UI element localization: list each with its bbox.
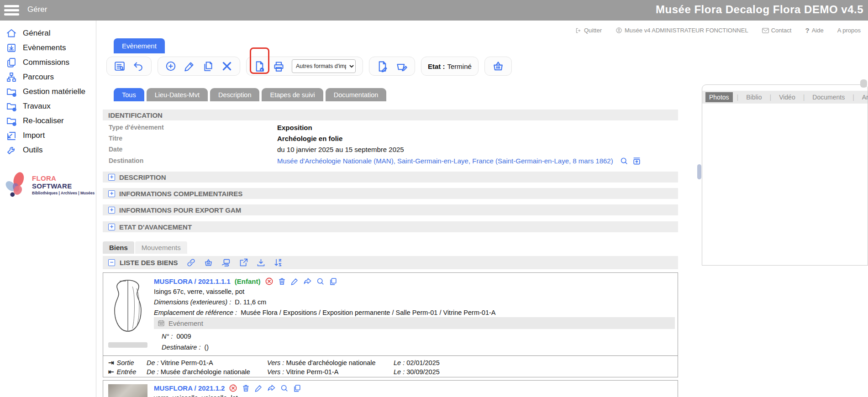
search-icon[interactable]: [316, 277, 325, 286]
print-document-icon[interactable]: [253, 60, 266, 73]
destination-open-icon[interactable]: [632, 157, 641, 165]
tab-biens[interactable]: Biens: [103, 241, 134, 254]
basket-icon[interactable]: [204, 258, 213, 267]
sidebar-item-parcours[interactable]: Parcours: [0, 70, 96, 84]
contact-link[interactable]: Contact: [762, 27, 792, 34]
tab-archives[interactable]: Archives: [858, 92, 868, 102]
calendar-icon: [158, 319, 165, 327]
remove-circle-icon[interactable]: [229, 384, 237, 392]
link-icon[interactable]: [186, 258, 196, 267]
module-tab-evenement[interactable]: Evènement: [114, 38, 165, 53]
child-badge: (Enfant): [235, 277, 261, 285]
about-link[interactable]: A propos: [837, 27, 861, 34]
item-title-link[interactable]: MUSFLORA / 2021.1.2: [154, 384, 225, 392]
movement-row-sortie: ⇥Sortie De : Vitrine Perm-01-A Vers : Mu…: [108, 358, 674, 367]
share-arrow-icon[interactable]: [303, 277, 312, 286]
download-icon[interactable]: [256, 258, 266, 267]
item-card: MUSFLORA / 2021.1.1.1 (Enfant) Isings 67…: [103, 272, 678, 377]
tab-documentation[interactable]: Documentation: [326, 88, 387, 101]
destination-link[interactable]: Musée d'Archéologie Nationale (MAN), Sai…: [277, 157, 613, 165]
sidebar-item-general[interactable]: Général: [0, 26, 96, 41]
edit-pencil-icon[interactable]: [184, 60, 195, 72]
quit-link[interactable]: Quitter: [575, 27, 602, 34]
duplicate-icon[interactable]: [329, 277, 337, 286]
sidebar-item-gestion-materielle[interactable]: Gestion matérielle: [0, 84, 96, 99]
movement-out-icon: ⇥: [108, 359, 114, 367]
search-icon[interactable]: [280, 384, 289, 392]
help-icon: ?: [805, 26, 809, 34]
delete-x-icon[interactable]: [221, 60, 233, 72]
tab-biblio[interactable]: Biblio: [742, 92, 765, 102]
share-arrow-icon[interactable]: [267, 384, 276, 392]
expand-plus-icon[interactable]: +: [108, 174, 115, 181]
panel-collapse-handle[interactable]: [697, 164, 701, 179]
expand-plus-icon[interactable]: +: [108, 224, 115, 230]
item-thumbnail-photo[interactable]: [108, 384, 147, 397]
user-icon: [615, 27, 622, 34]
wrench-icon: [6, 145, 17, 156]
help-link[interactable]: ? Aide: [805, 26, 823, 34]
flora-flower-icon: [3, 171, 30, 198]
field-row-date: Date du 10 janvier 2025 au 15 septembre …: [103, 144, 678, 155]
flora-logo: FLORA SOFTWARE Bibliothèques | Archives …: [0, 171, 96, 198]
tab-lieu-dates-mvt[interactable]: Lieu-Dates-Mvt: [147, 88, 208, 101]
scrollbar-thumb[interactable]: [860, 79, 867, 88]
edit-pencil-icon[interactable]: [254, 384, 263, 392]
menu-label[interactable]: Gérer: [27, 5, 47, 14]
duplicate-icon[interactable]: [202, 60, 214, 72]
section-etat-avancement-header: + ETAT D'AVANCEMENT: [103, 221, 678, 232]
record-tabs: Tous Lieu-Dates-Mvt Description Etapes d…: [114, 88, 386, 101]
sidebar-item-import[interactable]: Import: [0, 128, 96, 143]
user-link[interactable]: Musée v4 ADMINISTRATEUR FONCTIONNEL: [615, 27, 748, 34]
section-infos-complementaires-header: + INFORMATIONS COMPLEMENTAIRES: [103, 188, 678, 199]
item-thumbnail-pot[interactable]: [108, 277, 147, 340]
trash-icon[interactable]: [278, 277, 286, 286]
item-emplacement: Emplacement de référence : Musée Flora /…: [154, 309, 495, 316]
liste-des-biens-header: − LISTE DES BIENS: [103, 256, 678, 269]
tab-documents[interactable]: Documents: [809, 92, 848, 102]
sidebar-item-travaux[interactable]: Travaux: [0, 99, 96, 114]
movement-row-entree: ⇤Entrée De : Musée d'archéologie nationa…: [108, 367, 674, 376]
item-title-link[interactable]: MUSFLORA / 2021.1.1.1: [154, 277, 231, 285]
tab-video[interactable]: Vidéo: [775, 92, 799, 102]
hand-card-icon[interactable]: [221, 258, 231, 268]
expand-plus-icon[interactable]: +: [108, 207, 115, 214]
undo-icon[interactable]: [132, 60, 144, 72]
sidebar-item-outils[interactable]: Outils: [0, 143, 96, 157]
basket-icon[interactable]: [492, 60, 505, 73]
sidebar-item-commissions[interactable]: Commissions: [0, 55, 96, 70]
view-list-search-icon[interactable]: [114, 60, 126, 72]
basket-edit-icon[interactable]: [395, 60, 408, 73]
collapse-minus-icon[interactable]: −: [108, 259, 115, 266]
trash-icon[interactable]: [242, 384, 250, 392]
tab-mouvements[interactable]: Mouvements: [135, 241, 187, 254]
sidebar-item-evenements[interactable]: Evènements: [0, 41, 96, 55]
folder-globe-icon: [6, 86, 17, 97]
print-format-select[interactable]: Autres formats d'impression...: [292, 59, 356, 73]
exit-icon: [575, 27, 582, 34]
tab-tous[interactable]: Tous: [114, 88, 144, 101]
printer-icon[interactable]: [273, 60, 285, 73]
destination-search-icon[interactable]: [620, 157, 628, 165]
menu-icon[interactable]: [4, 5, 19, 16]
add-circle-icon[interactable]: [165, 60, 177, 72]
external-link-icon[interactable]: [239, 258, 248, 267]
document-annotate-icon[interactable]: [376, 60, 389, 73]
sort-az-icon[interactable]: [274, 258, 283, 267]
section-identification-header: IDENTIFICATION: [103, 110, 678, 120]
home-icon: [6, 28, 17, 39]
top-bar: Gérer Musée Flora Decalog Flora DEMO v4.…: [0, 0, 868, 21]
brand-tagline: Bibliothèques | Archives | Musées: [32, 191, 96, 195]
tab-photos[interactable]: Photos: [705, 92, 733, 102]
sidebar-item-relocaliser[interactable]: Re-localiser: [0, 114, 96, 128]
tab-etapes-de-suivi[interactable]: Etapes de suivi: [262, 88, 323, 101]
media-panel: Photos | Biblio | Vidéo | Documents | Ar…: [702, 84, 868, 266]
field-row-destination: Destination Musée d'Archéologie National…: [103, 155, 678, 166]
folder-globe-icon: [6, 115, 17, 126]
expand-plus-icon[interactable]: +: [108, 190, 115, 197]
tab-description[interactable]: Description: [210, 88, 260, 101]
edit-pencil-icon[interactable]: [290, 277, 299, 286]
duplicate-icon[interactable]: [293, 384, 301, 392]
biens-tabs: Biens Mouvements: [103, 241, 187, 254]
remove-circle-icon[interactable]: [265, 277, 274, 286]
